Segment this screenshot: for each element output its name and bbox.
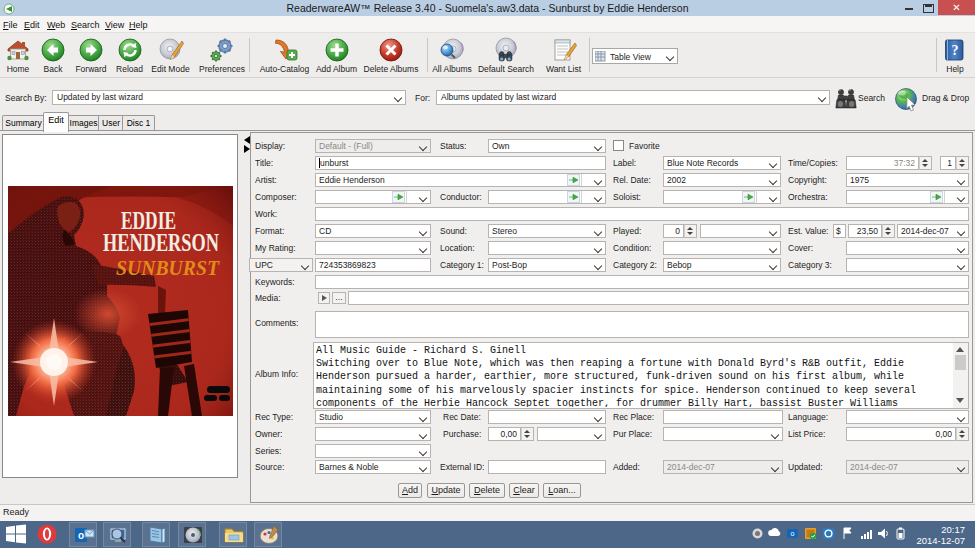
svg-text:o: o [78, 530, 84, 541]
svg-text:SUNBURST: SUNBURST [116, 256, 220, 280]
svg-text:?: ? [952, 43, 959, 58]
svg-text:o: o [791, 530, 795, 537]
svg-text:HENDERSON: HENDERSON [103, 228, 219, 257]
